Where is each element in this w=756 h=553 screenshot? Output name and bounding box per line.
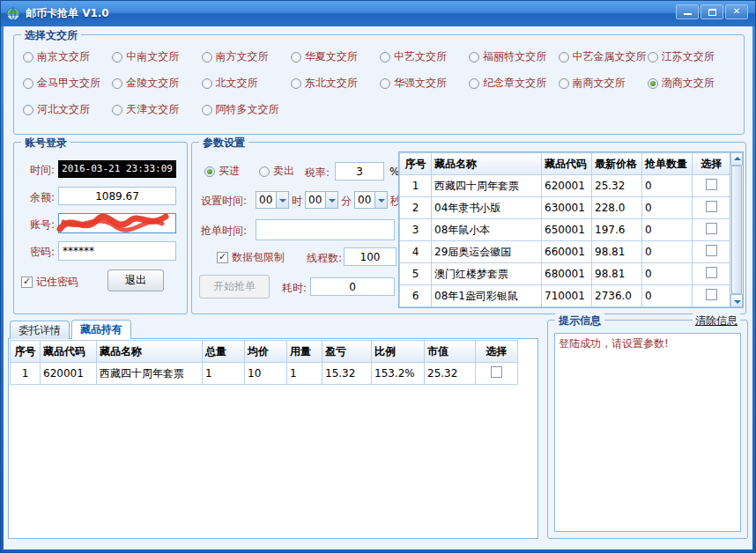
radio-icon bbox=[559, 52, 569, 63]
exit-button[interactable]: 退出 bbox=[107, 269, 164, 291]
cell-used: 1 bbox=[287, 363, 322, 385]
radio-label: 渤商文交所 bbox=[662, 76, 715, 91]
radio-icon bbox=[469, 52, 479, 63]
radio-icon bbox=[202, 105, 212, 115]
table-row[interactable]: 1 620001 西藏四十周年套票 1 10 1 15.32 153.2% 25… bbox=[11, 363, 518, 385]
row-select-checkbox[interactable] bbox=[706, 267, 717, 278]
row-select-checkbox[interactable] bbox=[491, 366, 502, 378]
col-ratio[interactable]: 比例 bbox=[372, 341, 425, 363]
table-row[interactable]: 5 澳门红楼梦套票 680001 98.81 0 bbox=[400, 263, 731, 285]
radio-icon bbox=[559, 78, 569, 89]
radio-exchange-huaqiang[interactable]: 华强文交所 bbox=[380, 76, 469, 91]
table-row[interactable]: 4 29届奥运会徽国 660001 98.81 0 bbox=[400, 241, 731, 263]
radio-exchange-hebei[interactable]: 河北文交所 bbox=[23, 102, 112, 117]
col-total[interactable]: 总量 bbox=[203, 341, 245, 363]
tab-entrust-details[interactable]: 委托详情 bbox=[10, 321, 70, 339]
radio-exchange-jinianzhang[interactable]: 纪念章文交所 bbox=[469, 76, 558, 91]
radio-exchange-huaxia[interactable]: 华夏文交所 bbox=[291, 49, 380, 64]
row-select-checkbox[interactable] bbox=[706, 289, 717, 300]
row-select-checkbox[interactable] bbox=[706, 223, 717, 234]
close-button[interactable] bbox=[725, 4, 748, 19]
second-select[interactable]: 00 bbox=[354, 191, 388, 209]
col-price[interactable]: 最新价格 bbox=[592, 153, 642, 175]
title-bar[interactable]: 邮币卡抢单 V1.0 bbox=[1, 1, 755, 26]
sell-radio[interactable]: 卖出 bbox=[259, 164, 294, 179]
messages-group: 提示信息 清除信息 登陆成功，请设置参数! bbox=[547, 320, 748, 539]
col-no[interactable]: 序号 bbox=[11, 341, 41, 363]
table-row[interactable]: 3 08年鼠小本 650001 197.6 0 bbox=[400, 219, 731, 241]
col-code[interactable]: 藏品代码 bbox=[41, 341, 97, 363]
radio-exchange-ateduo[interactable]: 阿特多文交所 bbox=[202, 102, 291, 117]
holdings-tab-panel: 序号 藏品代码 藏品名称 总量 均价 用量 盈亏 比例 市值 选择 1 6200… bbox=[8, 338, 538, 539]
col-used[interactable]: 用量 bbox=[287, 341, 322, 363]
products-table-scrollbar[interactable] bbox=[730, 152, 743, 307]
chevron-down-icon bbox=[276, 192, 288, 208]
scrollbar-thumb[interactable] bbox=[731, 166, 742, 294]
radio-label: 东北文交所 bbox=[305, 76, 358, 91]
col-no[interactable]: 序号 bbox=[400, 153, 432, 175]
balance-label: 余额: bbox=[19, 190, 55, 205]
col-value[interactable]: 市值 bbox=[425, 341, 476, 363]
radio-icon bbox=[380, 78, 390, 89]
radio-exchange-nanjing[interactable]: 南京文交所 bbox=[23, 49, 112, 64]
cell-qty: 0 bbox=[642, 285, 693, 307]
col-name[interactable]: 藏品名称 bbox=[97, 341, 203, 363]
maximize-button[interactable] bbox=[700, 4, 723, 19]
col-select[interactable]: 选择 bbox=[693, 153, 731, 175]
hour-select[interactable]: 00 bbox=[256, 191, 289, 209]
table-row[interactable]: 2 04年隶书小版 630001 228.0 0 bbox=[400, 197, 731, 219]
radio-exchange-zhongnan[interactable]: 中南文交所 bbox=[112, 49, 201, 64]
col-avg[interactable]: 均价 bbox=[245, 341, 287, 363]
cell-no: 1 bbox=[400, 175, 432, 197]
scroll-up-icon[interactable] bbox=[730, 152, 743, 166]
radio-exchange-nanshang[interactable]: 南商文交所 bbox=[559, 76, 648, 91]
buy-radio[interactable]: 买进 bbox=[204, 164, 240, 179]
radio-exchange-beiwen[interactable]: 北文交所 bbox=[202, 76, 291, 91]
col-name[interactable]: 藏品名称 bbox=[432, 153, 542, 175]
cell-name: 08年1盎司彩银鼠 bbox=[432, 285, 542, 307]
col-qty[interactable]: 抢单数量 bbox=[642, 153, 693, 175]
window-title: 邮币卡抢单 V1.0 bbox=[26, 6, 109, 21]
cell-name: 西藏四十周年套票 bbox=[432, 175, 542, 197]
col-profit[interactable]: 盈亏 bbox=[322, 341, 372, 363]
col-code[interactable]: 藏品代码 bbox=[542, 153, 592, 175]
cell-profit: 15.32 bbox=[322, 363, 372, 385]
radio-label: 华夏文交所 bbox=[305, 49, 358, 64]
password-input[interactable] bbox=[58, 241, 176, 261]
balance-input[interactable] bbox=[58, 187, 176, 205]
table-row[interactable]: 1 西藏四十周年套票 620001 25.32 0 bbox=[400, 175, 731, 197]
radio-exchange-nanfang[interactable]: 南方文交所 bbox=[202, 49, 291, 64]
minute-select[interactable]: 00 bbox=[305, 191, 338, 209]
radio-exchange-jinmajia[interactable]: 金马甲文交所 bbox=[23, 76, 112, 91]
second-value: 00 bbox=[358, 194, 371, 206]
start-grab-button[interactable]: 开始抢单 bbox=[199, 275, 270, 299]
radio-exchange-zhongyi[interactable]: 中艺文交所 bbox=[380, 49, 469, 64]
radio-exchange-zhongyijinshu[interactable]: 中艺金属文交所 bbox=[559, 49, 648, 64]
tab-holdings[interactable]: 藏品持有 bbox=[71, 320, 131, 339]
row-select-checkbox[interactable] bbox=[706, 201, 717, 212]
row-select-checkbox[interactable] bbox=[706, 245, 717, 256]
account-input[interactable] bbox=[58, 213, 176, 233]
col-select[interactable]: 选择 bbox=[476, 341, 518, 363]
radio-exchange-boshang[interactable]: 渤商文交所 bbox=[648, 76, 737, 91]
packet-limit-checkbox[interactable]: 数据包限制 bbox=[217, 250, 285, 265]
radio-exchange-jiangsu[interactable]: 江苏文交所 bbox=[648, 49, 737, 64]
cell-select bbox=[693, 197, 731, 219]
radio-exchange-jinling[interactable]: 金陵文交所 bbox=[112, 76, 201, 91]
cell-price: 228.0 bbox=[592, 197, 642, 219]
row-select-checkbox[interactable] bbox=[706, 179, 717, 190]
radio-exchange-dongbei[interactable]: 东北文交所 bbox=[291, 76, 380, 91]
scroll-down-icon[interactable] bbox=[730, 294, 743, 307]
remember-password-checkbox[interactable]: 记住密码 bbox=[21, 275, 78, 290]
minimize-button[interactable] bbox=[676, 4, 699, 19]
radio-exchange-tianjin[interactable]: 天津文交所 bbox=[112, 102, 201, 117]
grab-time-input[interactable] bbox=[256, 219, 395, 240]
clear-messages-button[interactable]: 清除信息 bbox=[693, 313, 740, 328]
messages-listbox[interactable]: 登陆成功，请设置参数! bbox=[554, 333, 741, 532]
elapsed-input[interactable] bbox=[310, 277, 395, 296]
table-row[interactable]: 6 08年1盎司彩银鼠 710001 2736.0 0 bbox=[400, 285, 731, 307]
cell-qty: 0 bbox=[642, 197, 693, 219]
radio-exchange-fulite[interactable]: 福丽特文交所 bbox=[469, 49, 558, 64]
tax-input[interactable] bbox=[335, 162, 384, 181]
thread-input[interactable] bbox=[344, 247, 397, 266]
